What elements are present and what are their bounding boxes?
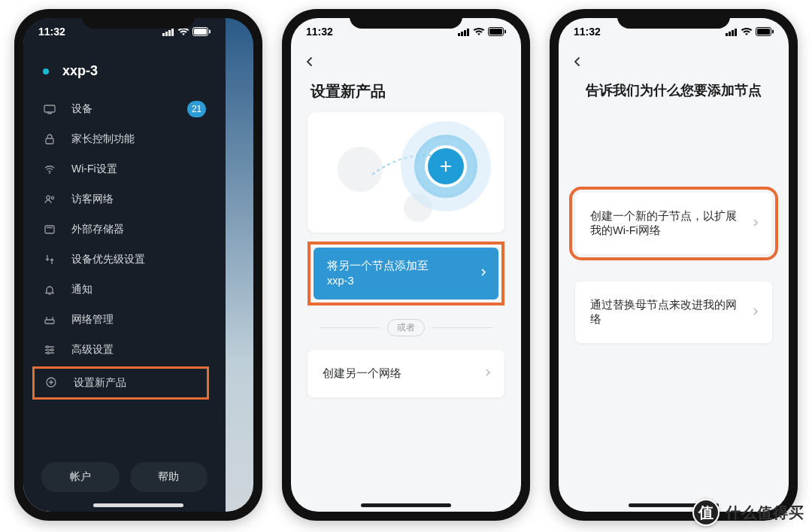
create-network-button[interactable]: 创建另一个网络 — [308, 350, 504, 397]
svg-rect-1 — [165, 32, 168, 36]
battery-icon — [756, 27, 774, 36]
svg-rect-7 — [44, 105, 55, 112]
status-icons — [458, 27, 506, 36]
network-name: xxp-3 — [62, 63, 98, 79]
wifi-icon — [43, 163, 56, 176]
screen-add-reason: 11:32 告诉我们为什么您要添加节点 创建一个新的子节点，以扩展我的Wi-Fi… — [559, 18, 789, 512]
svg-rect-28 — [729, 32, 731, 36]
screen-sidebar: 11:32 xxp-3 设备 21 — [23, 18, 253, 512]
sidebar-item-label: 外部存储器 — [71, 223, 124, 236]
page-title: 设置新产品 — [291, 78, 521, 112]
svg-rect-27 — [726, 33, 728, 36]
wifi-icon — [473, 27, 485, 36]
phone-notch — [350, 9, 462, 29]
highlighted-option: 将另一个节点添加至 xxp-3 — [308, 242, 504, 306]
phone-notch — [82, 9, 195, 29]
top-nav — [291, 45, 521, 78]
spacer — [559, 110, 789, 193]
sidebar-item-label: Wi-Fi设置 — [71, 163, 117, 176]
sidebar-item-advanced[interactable]: 高级设置 — [23, 335, 226, 365]
status-icons — [726, 27, 774, 36]
sidebar-item-guest[interactable]: 访客网络 — [23, 184, 226, 214]
sidebar-item-parental[interactable]: 家长控制功能 — [23, 124, 226, 154]
signal-ring-icon: + — [401, 121, 491, 211]
svg-rect-3 — [171, 29, 174, 36]
wifi-icon — [741, 27, 753, 36]
help-button[interactable]: 帮助 — [130, 462, 208, 492]
svg-rect-15 — [45, 320, 54, 324]
svg-rect-2 — [168, 30, 171, 36]
signal-icon — [162, 28, 174, 36]
storage-icon — [43, 223, 56, 236]
network-header[interactable]: xxp-3 — [23, 45, 226, 91]
svg-rect-20 — [458, 33, 460, 36]
svg-rect-0 — [162, 33, 165, 36]
devices-badge: 21 — [187, 101, 206, 117]
watermark-badge-icon: 值 — [692, 499, 720, 526]
sidebar-item-label: 家长控制功能 — [71, 132, 135, 146]
svg-point-10 — [49, 172, 50, 174]
svg-rect-29 — [732, 30, 734, 36]
add-node-line1: 将另一个节点添加至 — [327, 258, 461, 273]
svg-rect-22 — [464, 30, 466, 36]
sidebar-item-wifi[interactable]: Wi-Fi设置 — [23, 154, 226, 184]
phone-frame-2: 11:32 设置新产品 + — [282, 9, 530, 521]
signal-icon — [726, 28, 738, 36]
button-label: 帮助 — [158, 470, 179, 484]
svg-rect-13 — [45, 226, 54, 233]
sliders-icon — [43, 343, 56, 357]
add-node-button[interactable]: 将另一个节点添加至 xxp-3 — [314, 248, 498, 299]
phone-frame-3: 11:32 告诉我们为什么您要添加节点 创建一个新的子节点，以扩展我的Wi-Fi… — [550, 9, 798, 521]
router-icon — [43, 313, 56, 327]
svg-rect-32 — [757, 29, 770, 35]
svg-rect-14 — [47, 227, 53, 228]
top-nav — [559, 45, 789, 78]
svg-point-18 — [47, 352, 50, 354]
account-button[interactable]: 帐户 — [41, 462, 120, 492]
svg-rect-9 — [46, 138, 53, 144]
page-title: 告诉我们为什么您要添加节点 — [559, 78, 789, 110]
status-time: 11:32 — [574, 26, 601, 38]
chevron-right-icon — [479, 266, 488, 281]
bell-icon — [43, 283, 56, 296]
sidebar-item-setup-new[interactable]: 设置新产品 — [32, 366, 209, 400]
plus-icon: + — [428, 148, 464, 184]
sidebar-item-storage[interactable]: 外部存储器 — [23, 214, 226, 245]
chevron-right-icon — [751, 306, 760, 318]
option-extend-network[interactable]: 创建一个新的子节点，以扩展我的Wi-Fi网络 — [575, 193, 772, 254]
chevron-left-icon — [304, 56, 315, 67]
svg-point-17 — [51, 349, 53, 351]
svg-rect-30 — [735, 29, 737, 36]
back-button[interactable] — [300, 52, 320, 71]
devices-icon — [43, 102, 56, 116]
status-dot-icon — [43, 68, 49, 74]
chevron-right-icon — [751, 217, 760, 230]
chevron-right-icon — [483, 367, 492, 379]
sidebar-item-label: 设备优先级设置 — [71, 253, 145, 266]
card-label: 创建另一个网络 — [323, 367, 401, 379]
sidebar-item-devices[interactable]: 设备 21 — [23, 94, 226, 124]
screen-setup-new: 11:32 设置新产品 + — [291, 18, 521, 512]
bottom-buttons: 帐户 帮助 — [23, 448, 226, 512]
side-panel: 11:32 xxp-3 设备 21 — [23, 18, 226, 512]
sidebar-item-priority[interactable]: 设备优先级设置 — [23, 245, 226, 275]
sidebar-menu: 设备 21 家长控制功能 Wi-Fi设置 访客网络 — [23, 91, 226, 448]
signal-icon — [458, 28, 470, 36]
svg-point-16 — [47, 346, 49, 348]
home-indicator — [93, 503, 183, 507]
battery-icon — [192, 27, 211, 36]
sidebar-item-notify[interactable]: 通知 — [23, 275, 226, 305]
battery-icon — [488, 27, 506, 36]
spacer — [559, 268, 789, 281]
chevron-left-icon — [572, 56, 583, 67]
home-indicator — [361, 503, 451, 507]
back-button[interactable] — [568, 52, 587, 71]
plus-circle-icon — [45, 376, 59, 391]
watermark-text: 什么值得买 — [726, 503, 804, 523]
svg-rect-33 — [772, 30, 774, 34]
svg-rect-21 — [461, 32, 463, 36]
svg-rect-8 — [47, 113, 52, 114]
sidebar-item-netmgmt[interactable]: 网络管理 — [23, 305, 226, 335]
option-replace-parent[interactable]: 通过替换母节点来改进我的网络 — [575, 281, 772, 343]
svg-rect-23 — [467, 29, 469, 36]
